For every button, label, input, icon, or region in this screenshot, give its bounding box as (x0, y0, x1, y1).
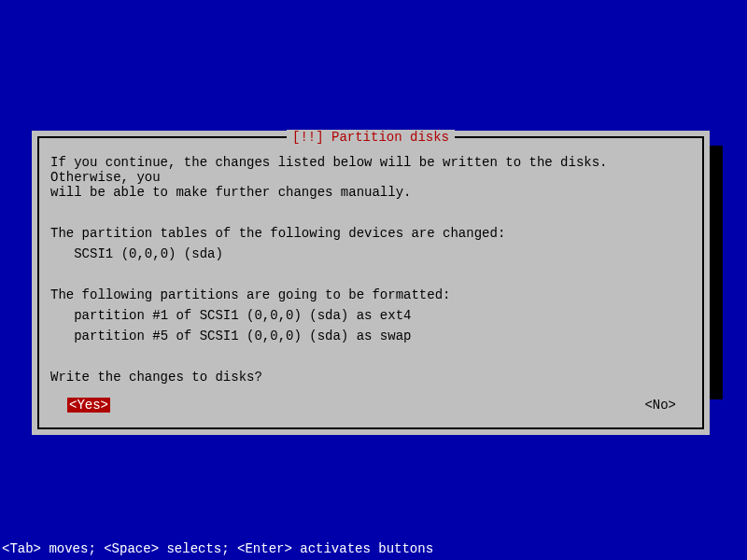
partition-dialog: [!!] Partition disks If you continue, th… (32, 131, 710, 435)
yes-button[interactable]: <Yes> (67, 398, 110, 413)
dialog-frame: [!!] Partition disks If you continue, th… (37, 136, 704, 429)
format-part-1-text: partition #5 of SCSI1 (0,0,0) (sda) as s… (74, 329, 411, 343)
tables-header: The partition tables of the following de… (50, 226, 691, 241)
blank-line-3 (50, 349, 691, 364)
dialog-title-wrap: [!!] Partition disks (39, 130, 702, 145)
blank-line-2 (50, 267, 691, 282)
tables-device-0: SCSI1 (0,0,0) (sda) (50, 246, 691, 261)
dialog-question: Write the changes to disks? (50, 370, 691, 385)
format-header: The following partitions are going to be… (50, 287, 691, 302)
format-part-0: partition #1 of SCSI1 (0,0,0) (sda) as e… (50, 308, 691, 323)
tables-device-0-text: SCSI1 (0,0,0) (sda) (74, 246, 223, 261)
no-button[interactable]: <No> (642, 398, 678, 413)
dialog-title: [!!] Partition disks (287, 130, 455, 145)
format-part-0-text: partition #1 of SCSI1 (0,0,0) (sda) as e… (74, 308, 411, 323)
dialog-intro: If you continue, the changes listed belo… (50, 155, 691, 200)
button-row: <Yes> <No> (50, 398, 691, 413)
help-bar: <Tab> moves; <Space> selects; <Enter> ac… (0, 541, 433, 556)
format-part-1: partition #5 of SCSI1 (0,0,0) (sda) as s… (50, 329, 691, 343)
blank-line-1 (50, 205, 691, 220)
